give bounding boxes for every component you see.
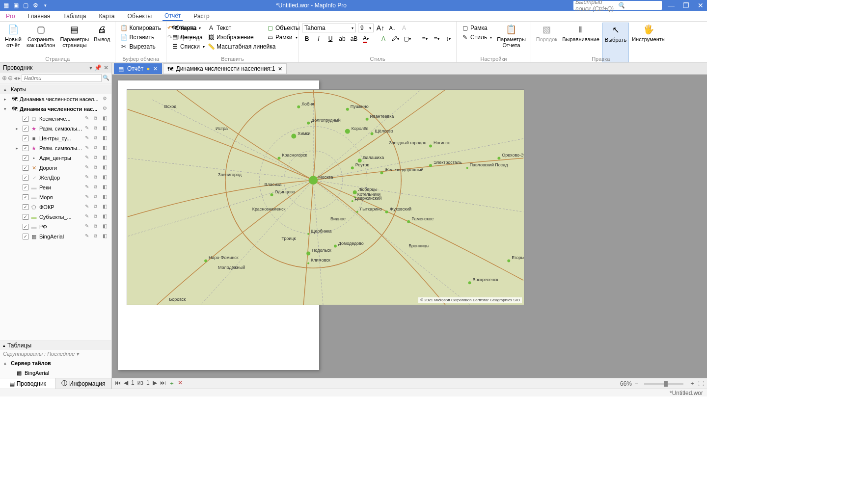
- map-item-2[interactable]: ▾🗺Динамика численности нас...⚙: [0, 104, 111, 114]
- frame-button[interactable]: ▢Рамка: [460, 24, 494, 32]
- layer-label-icon[interactable]: ⧉: [94, 174, 101, 181]
- fill-button[interactable]: ▢▾: [402, 34, 412, 43]
- bold-button[interactable]: B: [302, 34, 312, 43]
- doc-tab-map[interactable]: 🗺Динамика численности населения:1✕: [163, 63, 287, 74]
- layer-edit-icon[interactable]: ✎: [85, 174, 92, 181]
- layer-edit-icon[interactable]: ✎: [85, 115, 92, 122]
- shrink-font-button[interactable]: A↓: [387, 24, 397, 32]
- page-last-button[interactable]: ⏭: [160, 379, 166, 388]
- map-tool-icon[interactable]: ⚙: [103, 105, 109, 112]
- layer-item[interactable]: ✓⟋ЖелДор✎⧉◧: [0, 173, 111, 183]
- insert-scalebar-button[interactable]: 📏Масштабная линейка: [206, 42, 277, 51]
- layer-checkbox[interactable]: ✓: [23, 224, 28, 230]
- layer-item[interactable]: ✓▬Моря✎⧉◧: [0, 192, 111, 202]
- qat-btn-4[interactable]: ⚙: [31, 1, 39, 9]
- tile-server-item[interactable]: ▴Сервер тайлов: [0, 358, 111, 368]
- layer-edit-icon[interactable]: ✎: [85, 155, 92, 161]
- page-add-button[interactable]: ＋: [169, 379, 175, 388]
- layer-label-icon[interactable]: ⧉: [94, 145, 101, 152]
- grow-font-button[interactable]: A↑: [376, 24, 385, 32]
- report-canvas[interactable]: МоскваВсходЛобняПушкиноИвантеевкаДолгопр…: [112, 75, 707, 378]
- strike-button[interactable]: ab: [337, 34, 347, 43]
- tables-header[interactable]: ▴Таблицы: [0, 341, 111, 350]
- menu-raster[interactable]: Растр: [191, 12, 211, 21]
- explorer-pin-icon[interactable]: 📌: [94, 64, 102, 71]
- layer-label-icon[interactable]: ⧉: [94, 204, 101, 211]
- font-size-select[interactable]: 9▾: [358, 24, 374, 32]
- nav-back-icon[interactable]: ◂: [14, 75, 17, 81]
- zoom-out-button[interactable]: −: [635, 380, 638, 387]
- layer-style-icon[interactable]: ◧: [103, 233, 109, 240]
- layer-style-icon[interactable]: ◧: [103, 145, 109, 152]
- frame-style-button[interactable]: ✎Стиль▾: [460, 33, 494, 42]
- layer-edit-icon[interactable]: ✎: [85, 213, 92, 220]
- layer-checkbox[interactable]: ✓: [23, 116, 28, 122]
- menu-objects[interactable]: Объекты: [126, 12, 154, 21]
- layer-checkbox[interactable]: ✓: [23, 126, 28, 132]
- layer-style-icon[interactable]: ◧: [103, 125, 109, 132]
- layer-edit-icon[interactable]: ✎: [85, 223, 92, 230]
- layer-label-icon[interactable]: ⧉: [94, 115, 101, 122]
- layer-item[interactable]: ✓⬠ФОКР✎⧉◧: [0, 202, 111, 212]
- layer-item[interactable]: ✓▩BingAerial✎⧉◧: [0, 232, 111, 241]
- layer-item[interactable]: ✓□Косметиче...✎⧉◧: [0, 114, 111, 124]
- qat-btn-2[interactable]: ▣: [12, 1, 20, 9]
- layer-checkbox[interactable]: ✓: [23, 185, 28, 190]
- tab-info[interactable]: ⓘИнформация: [56, 378, 112, 389]
- explorer-close-icon[interactable]: ✕: [104, 64, 108, 71]
- underline-button[interactable]: U: [326, 34, 335, 43]
- layer-label-icon[interactable]: ⧉: [94, 184, 101, 191]
- menu-main[interactable]: Главная: [26, 12, 53, 21]
- map-item-1[interactable]: ▸🗺Динамика численности насел...⚙: [0, 94, 111, 104]
- maps-header[interactable]: ▴Карты: [0, 84, 111, 94]
- layer-item[interactable]: ✓✕Дороги✎⧉◧: [0, 163, 111, 173]
- qat-btn-3[interactable]: ▢: [22, 1, 29, 9]
- layer-label-icon[interactable]: ⧉: [94, 155, 101, 161]
- layer-style-icon[interactable]: ◧: [103, 174, 109, 181]
- nav-remove-icon[interactable]: ⊖: [8, 75, 13, 81]
- layer-checkbox[interactable]: ✓: [23, 135, 28, 141]
- nav-fwd-icon[interactable]: ▸: [18, 75, 21, 81]
- explorer-search-icon[interactable]: 🔍: [103, 75, 109, 81]
- menu-report[interactable]: Отчёт: [163, 11, 183, 21]
- layer-checkbox[interactable]: ✓: [23, 194, 28, 200]
- menu-map[interactable]: Карта: [97, 12, 116, 21]
- layer-label-icon[interactable]: ⧉: [94, 233, 101, 240]
- zoom-slider[interactable]: [644, 383, 683, 385]
- layer-edit-icon[interactable]: ✎: [85, 184, 92, 191]
- bing-item[interactable]: ▩BingAerial: [0, 368, 111, 378]
- caps-button[interactable]: aB: [349, 34, 359, 43]
- layer-item[interactable]: ✓▬Субъекты_...✎⧉◧: [0, 212, 111, 222]
- layer-item[interactable]: ✓■Центры_су...✎⧉◧: [0, 133, 111, 143]
- menu-pro[interactable]: Pro: [4, 12, 17, 21]
- copy-button[interactable]: 📋Копировать: [118, 24, 163, 32]
- layer-label-icon[interactable]: ⧉: [94, 135, 101, 142]
- layer-checkbox[interactable]: ✓: [23, 214, 28, 220]
- align-center-button[interactable]: ≡▾: [432, 34, 441, 43]
- cut-button[interactable]: ✂Вырезать: [118, 42, 163, 51]
- maximize-button[interactable]: ❐: [681, 1, 690, 9]
- layer-style-icon[interactable]: ◧: [103, 213, 109, 220]
- layer-item[interactable]: ▸✓★Разм. символы - pop...✎⧉◧: [0, 124, 111, 133]
- layer-checkbox[interactable]: ✓: [23, 145, 28, 151]
- paste-button[interactable]: 📄Вставить: [118, 33, 163, 42]
- layer-edit-icon[interactable]: ✎: [85, 164, 92, 171]
- layer-label-icon[interactable]: ⧉: [94, 213, 101, 220]
- layer-label-icon[interactable]: ⧉: [94, 164, 101, 171]
- highlight-button[interactable]: 🖍▾: [390, 34, 400, 43]
- font-family-select[interactable]: Tahoma▾: [302, 24, 356, 32]
- layer-label-icon[interactable]: ⧉: [94, 223, 101, 230]
- layer-style-icon[interactable]: ◧: [103, 115, 109, 122]
- layer-style-icon[interactable]: ◧: [103, 223, 109, 230]
- layer-label-icon[interactable]: ⧉: [94, 125, 101, 132]
- zoom-in-button[interactable]: ＋: [689, 379, 695, 388]
- qat-btn-1[interactable]: ▦: [2, 1, 10, 9]
- font-color-button[interactable]: A: [399, 24, 409, 32]
- nav-add-icon[interactable]: ⊕: [2, 75, 7, 81]
- layer-edit-icon[interactable]: ✎: [85, 204, 92, 211]
- tab-close-icon[interactable]: ✕: [153, 66, 158, 72]
- menu-table[interactable]: Таблица: [61, 12, 88, 21]
- layer-item[interactable]: ✓▬Реки✎⧉◧: [0, 183, 111, 192]
- page-prev-button[interactable]: ◀: [124, 379, 128, 388]
- layer-style-icon[interactable]: ◧: [103, 155, 109, 161]
